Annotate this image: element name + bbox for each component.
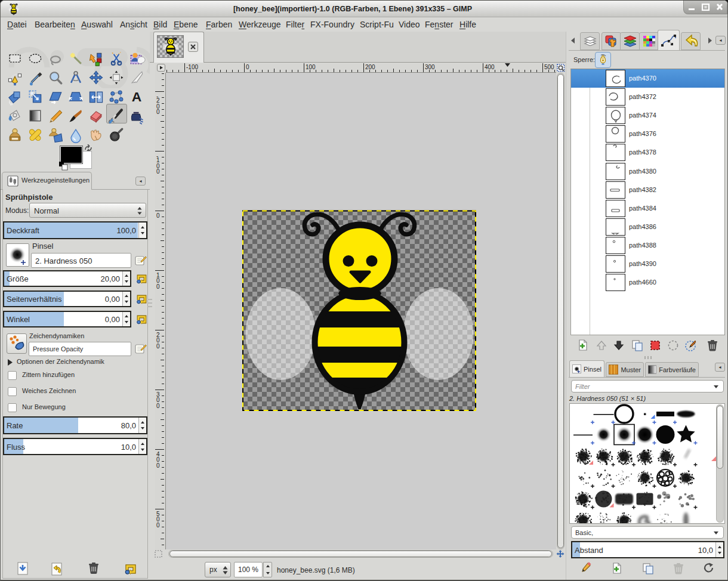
svg-text:0: 0 — [156, 212, 160, 219]
svg-text:0: 0 — [156, 109, 160, 115]
svg-text:0: 0 — [156, 283, 160, 290]
svg-text:A: A — [132, 89, 142, 104]
svg-text:0: 0 — [156, 343, 160, 350]
svg-text:0: 0 — [156, 403, 160, 409]
svg-text:300: 300 — [425, 64, 435, 70]
svg-text:0: 0 — [156, 462, 160, 469]
svg-text:0: 0 — [156, 168, 160, 175]
svg-text:100: 100 — [306, 64, 316, 70]
svg-text:400: 400 — [485, 64, 495, 70]
svg-text:-100: -100 — [186, 64, 198, 70]
svg-text:0: 0 — [156, 522, 160, 529]
svg-text:0: 0 — [246, 64, 249, 70]
svg-text:500: 500 — [544, 64, 554, 70]
svg-text:200: 200 — [365, 64, 375, 70]
